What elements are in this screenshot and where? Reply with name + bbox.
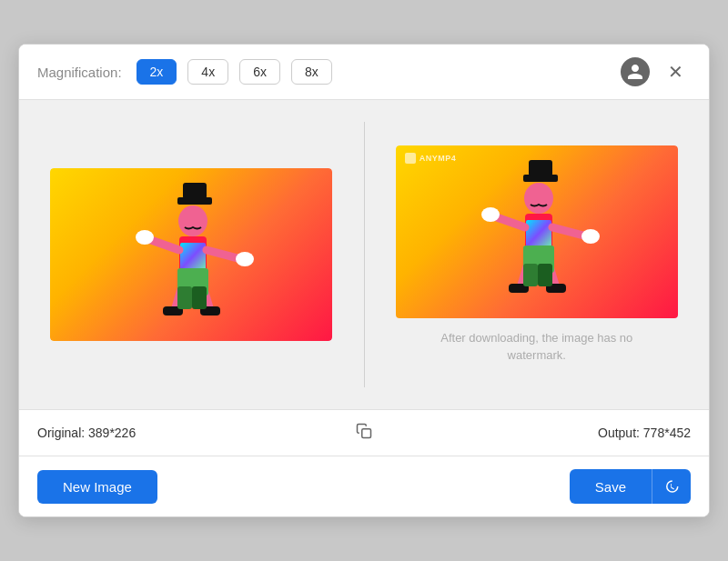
svg-rect-16 <box>177 286 192 309</box>
mag-6x-button[interactable]: 6x <box>239 59 280 85</box>
svg-rect-22 <box>526 220 551 247</box>
svg-point-8 <box>136 230 154 245</box>
svg-rect-17 <box>192 286 207 309</box>
save-history-button[interactable] <box>652 469 691 504</box>
user-icon <box>626 63 644 81</box>
save-group: Save <box>570 469 691 504</box>
output-panel: ANYMP4 <box>365 122 692 387</box>
original-figure-svg <box>50 168 332 341</box>
new-image-button[interactable]: New Image <box>37 470 157 504</box>
output-figure: ANYMP4 <box>396 145 678 318</box>
watermark: ANYMP4 <box>405 153 457 164</box>
svg-rect-1 <box>183 183 207 199</box>
svg-rect-34 <box>362 429 371 438</box>
svg-line-7 <box>148 239 179 250</box>
history-icon <box>663 478 680 495</box>
original-image <box>50 168 332 341</box>
mag-4x-button[interactable]: 4x <box>187 59 228 85</box>
svg-rect-6 <box>180 243 206 270</box>
svg-point-20 <box>524 183 553 214</box>
svg-rect-33 <box>538 264 552 286</box>
svg-line-23 <box>494 216 525 227</box>
original-figure <box>50 168 332 341</box>
footer: New Image Save <box>19 456 709 516</box>
output-dimensions: Output: 778*452 <box>379 426 691 440</box>
header: Magnification: 2x 4x 6x 8x ✕ <box>19 45 709 100</box>
main-content: ANYMP4 <box>19 100 709 409</box>
original-dimensions: Original: 389*226 <box>37 426 349 440</box>
watermark-icon <box>405 153 416 164</box>
svg-point-24 <box>481 207 500 222</box>
svg-rect-32 <box>523 264 538 286</box>
mag-2x-button[interactable]: 2x <box>136 59 177 85</box>
magnification-label: Magnification: <box>37 65 122 80</box>
after-download-text: After downloading, the image has no wate… <box>396 329 678 365</box>
svg-point-2 <box>178 205 207 236</box>
svg-point-10 <box>236 252 254 266</box>
info-bar: Original: 389*226 Output: 778*452 <box>19 409 709 456</box>
user-avatar[interactable] <box>621 57 650 86</box>
copy-icon[interactable] <box>349 419 379 446</box>
mag-8x-button[interactable]: 8x <box>291 59 332 85</box>
svg-rect-19 <box>529 160 552 176</box>
original-panel <box>37 122 365 387</box>
svg-point-26 <box>581 229 600 244</box>
close-button[interactable]: ✕ <box>661 59 691 85</box>
output-image: ANYMP4 <box>396 145 678 365</box>
save-button[interactable]: Save <box>570 469 652 504</box>
main-dialog: Magnification: 2x 4x 6x 8x ✕ <box>18 44 710 517</box>
output-figure-svg <box>396 145 678 318</box>
